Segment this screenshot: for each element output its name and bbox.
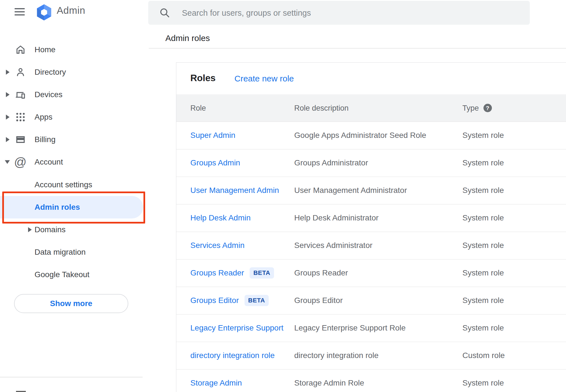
header-divider	[149, 48, 566, 49]
partial-bottom-icon	[16, 391, 26, 392]
column-header-role: Role	[190, 104, 206, 112]
role-type: System role	[462, 268, 504, 277]
role-link[interactable]: Groups Editor	[190, 296, 239, 305]
beta-badge: BETA	[250, 267, 274, 279]
sidebar-item-label: Domains	[35, 225, 65, 234]
table-row: Super Admin Google Apps Administrator Se…	[176, 122, 566, 149]
panel-title: Roles	[190, 73, 216, 83]
sidebar-item-label: Directory	[35, 68, 66, 77]
sidebar-item-label: Data migration	[35, 248, 86, 257]
sidebar-item-home[interactable]: Home	[0, 38, 143, 61]
sidebar-item-directory[interactable]: Directory	[0, 61, 143, 83]
role-link[interactable]: Groups Admin	[190, 158, 240, 167]
sidebar-bottom-divider	[0, 377, 143, 377]
role-description: Legacy Enterprise Support Role	[294, 323, 406, 332]
chevron-right-icon[interactable]	[28, 227, 32, 232]
chevron-right-icon[interactable]	[6, 70, 10, 75]
role-description: Google Apps Administrator Seed Role	[294, 131, 426, 140]
sidebar-item-label: Admin roles	[35, 203, 80, 212]
sidebar-item-admin-roles[interactable]: Admin roles	[0, 196, 143, 218]
breadcrumb: Admin roles	[165, 33, 210, 43]
role-description: Groups Administrator	[294, 158, 368, 167]
sidebar-item-domains[interactable]: Domains	[0, 218, 143, 241]
chevron-down-icon[interactable]	[5, 160, 10, 164]
role-description: Groups Editor	[294, 296, 343, 305]
sidebar-item-billing[interactable]: Billing	[0, 128, 143, 151]
role-type: System role	[462, 379, 504, 388]
sidebar-item-label: Google Takeout	[35, 270, 90, 279]
role-link[interactable]: Help Desk Admin	[190, 213, 251, 222]
sidebar-item-devices[interactable]: Devices	[0, 83, 143, 106]
role-link[interactable]: Legacy Enterprise Support	[190, 323, 284, 332]
role-description: Groups Reader	[294, 268, 348, 277]
sidebar-item-account-settings[interactable]: Account settings	[0, 174, 143, 196]
role-link[interactable]: Super Admin	[190, 131, 235, 140]
create-new-role-link[interactable]: Create new role	[234, 74, 294, 83]
admin-logo-icon	[36, 4, 53, 21]
table-row: Groups Admin Groups Administrator System…	[176, 149, 566, 177]
table-row: User Management Admin User Management Ad…	[176, 177, 566, 204]
role-link[interactable]: Storage Admin	[190, 379, 242, 388]
apps-icon	[15, 111, 26, 123]
app-title: Admin	[57, 5, 85, 16]
chevron-right-icon[interactable]	[6, 115, 10, 120]
sidebar-item-label: Apps	[35, 113, 53, 122]
role-link[interactable]: Groups Reader	[190, 268, 244, 277]
role-link[interactable]: directory integration role	[190, 351, 275, 360]
beta-badge: BETA	[245, 295, 269, 306]
role-description: directory integration role	[294, 351, 378, 360]
role-type: System role	[462, 131, 504, 140]
table-header-row: Role Role description Type ?	[176, 94, 566, 122]
role-type: System role	[462, 296, 504, 305]
roles-panel: Roles Create new role Role Role descript…	[176, 62, 566, 392]
column-header-type-label: Type	[462, 104, 479, 112]
sidebar-item-google-takeout[interactable]: Google Takeout	[0, 263, 143, 286]
chevron-right-icon[interactable]	[6, 137, 10, 142]
table-row: directory integration role directory int…	[176, 342, 566, 370]
role-link[interactable]: User Management Admin	[190, 186, 279, 195]
sidebar-item-label: Billing	[35, 135, 56, 144]
table-row: Legacy Enterprise Support Legacy Enterpr…	[176, 314, 566, 342]
home-icon	[15, 44, 26, 55]
show-more-button[interactable]: Show more	[14, 294, 128, 313]
search-icon[interactable]	[159, 7, 170, 18]
table-row: Help Desk Admin Help Desk Administrator …	[176, 204, 566, 232]
devices-icon	[15, 89, 26, 100]
table-row: Storage Admin Storage Admin Role System …	[176, 369, 566, 392]
sidebar-item-account[interactable]: @ Account	[0, 151, 143, 173]
menu-icon[interactable]	[15, 8, 25, 15]
sidebar-item-label: Account settings	[35, 180, 92, 189]
role-type: System role	[462, 323, 504, 332]
role-description: Help Desk Administrator	[294, 213, 378, 222]
role-type: System role	[462, 158, 504, 167]
sidebar-item-apps[interactable]: Apps	[0, 106, 143, 128]
role-description: User Management Administrator	[294, 186, 407, 195]
sidebar-item-label: Devices	[35, 90, 63, 99]
column-header-type: Type ?	[462, 104, 492, 112]
search-bar[interactable]	[148, 1, 530, 25]
role-type: System role	[462, 186, 504, 195]
sidebar-item-data-migration[interactable]: Data migration	[0, 241, 143, 263]
help-icon[interactable]: ?	[483, 104, 492, 112]
account-icon: @	[14, 156, 27, 168]
role-type: Custom role	[462, 351, 505, 360]
role-description: Services Administrator	[294, 241, 373, 250]
table-row: Services Admin Services Administrator Sy…	[176, 232, 566, 259]
search-input[interactable]	[181, 1, 491, 25]
column-header-description: Role description	[294, 104, 349, 112]
role-description: Storage Admin Role	[294, 379, 364, 388]
role-link[interactable]: Services Admin	[190, 241, 245, 250]
role-type: System role	[462, 241, 504, 250]
sidebar-item-label: Account	[35, 158, 63, 167]
role-type: System role	[462, 213, 504, 222]
directory-icon	[15, 67, 26, 78]
chevron-right-icon[interactable]	[6, 92, 10, 97]
billing-icon	[15, 134, 26, 145]
table-row: Groups Editor BETA Groups Editor System …	[176, 287, 566, 314]
sidebar-item-label: Home	[35, 45, 56, 54]
table-row: Groups Reader BETA Groups Reader System …	[176, 259, 566, 287]
